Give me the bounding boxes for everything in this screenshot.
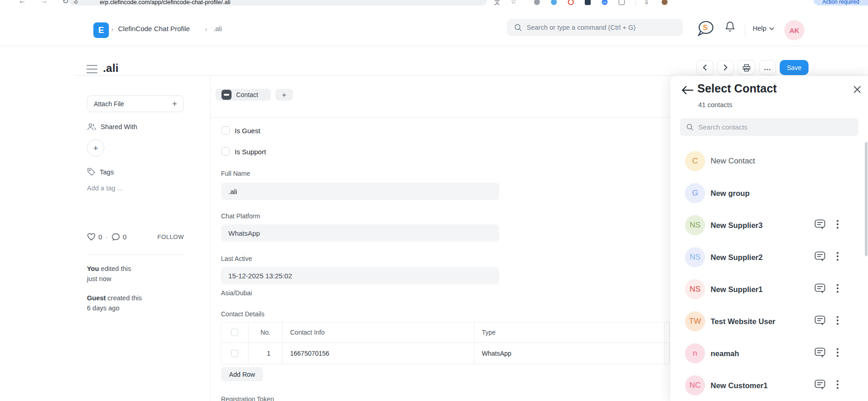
add-row-button[interactable]: Add Row	[221, 367, 263, 381]
contact-list-item[interactable]: NS New Supplier3	[670, 209, 868, 241]
full-name-input[interactable]: .ali	[221, 183, 499, 200]
contact-list-item[interactable]: G New group	[670, 177, 868, 209]
tags-label: Tags	[100, 168, 114, 176]
tab-contact[interactable]: Contact	[216, 89, 271, 101]
attach-file-button[interactable]: Attach File +	[87, 95, 184, 112]
heart-icon[interactable]	[87, 233, 96, 241]
breadcrumb-app[interactable]: ClefinCode Chat Profile	[118, 25, 190, 33]
kebab-menu-icon[interactable]	[836, 348, 839, 359]
timeline-created: Guest created this 6 days ago	[87, 293, 142, 313]
message-icon[interactable]	[814, 379, 825, 392]
sidebar-toggle-icon[interactable]	[86, 65, 97, 73]
shared-with-section: Shared With	[87, 123, 137, 131]
contact-list-item[interactable]: TW Test Website User	[670, 305, 868, 337]
kebab-menu-icon[interactable]	[836, 284, 839, 295]
select-contact-panel: Select Contact 41 contacts Search contac…	[670, 76, 868, 401]
browser-back-icon[interactable]: ←	[18, 0, 26, 5]
contact-list-item[interactable]: NS New Supplier2	[670, 241, 868, 273]
follow-button[interactable]: FOLLOW	[157, 233, 184, 240]
kebab-menu-icon[interactable]	[836, 316, 839, 327]
svg-text:S: S	[703, 24, 708, 32]
row-contact-info[interactable]: 16675070156	[282, 343, 474, 364]
message-icon[interactable]	[814, 283, 825, 296]
add-tab-button[interactable]: +	[275, 89, 293, 101]
back-arrow-icon[interactable]	[681, 86, 694, 97]
add-tag-input[interactable]: Add a tag ...	[87, 184, 123, 192]
extension-generic-icon[interactable]	[619, 0, 625, 5]
more-actions-button[interactable]: ...	[759, 60, 776, 75]
extension-shield-dark-icon[interactable]	[585, 0, 591, 5]
clefincode-chat-icon[interactable]: S	[696, 20, 715, 38]
breadcrumb-doc[interactable]: .ali	[213, 25, 222, 33]
contact-tab-label: Contact	[236, 91, 258, 98]
add-share-button[interactable]: +	[87, 139, 104, 157]
edited-by: You	[87, 265, 99, 272]
prev-document-button[interactable]	[696, 60, 713, 75]
downloads-icon[interactable]: ⇩	[644, 0, 649, 5]
plus-icon: +	[93, 144, 98, 152]
browser-reload-icon[interactable]: ↻	[62, 0, 69, 5]
row-type[interactable]: WhatsApp	[474, 343, 664, 364]
extension-zoom-icon[interactable]: zm	[602, 0, 608, 5]
kebab-menu-icon[interactable]	[836, 252, 839, 263]
panel-scrollbar[interactable]	[865, 142, 868, 256]
site-settings-icon[interactable]: -o	[73, 0, 77, 5]
save-button[interactable]: Save	[780, 60, 809, 75]
close-icon[interactable]	[853, 86, 861, 95]
action-required-button[interactable]: Action required	[814, 0, 868, 5]
tag-icon	[87, 168, 96, 176]
row-select-cell	[221, 350, 248, 357]
contact-list-item[interactable]: n neamah	[670, 337, 868, 369]
app-logo[interactable]: E	[93, 22, 109, 38]
avatar: NS	[685, 215, 705, 235]
global-search-input[interactable]: Search or type a command (Ctrl + G)	[507, 19, 683, 36]
sidebar-divider	[87, 255, 184, 255]
is-guest-label: Is Guest	[235, 127, 260, 135]
navbar-divider	[745, 23, 745, 38]
app-navbar: E › ClefinCode Chat Profile › .ali Searc…	[0, 5, 868, 46]
bookmark-star-icon[interactable]: ☆	[511, 0, 517, 5]
comment-icon[interactable]	[112, 233, 120, 241]
help-menu[interactable]: Help	[753, 25, 774, 32]
row-checkbox[interactable]	[231, 350, 238, 357]
edited-action: edited this	[99, 265, 131, 272]
is-support-checkbox[interactable]	[221, 147, 230, 156]
contact-search-input[interactable]: Search contacts	[680, 118, 858, 136]
edited-when: just now	[87, 274, 131, 284]
is-guest-checkbox[interactable]	[221, 126, 230, 135]
contact-details-table: No. Contact Info Type 1 16675070156 What…	[221, 322, 670, 364]
kebab-menu-icon[interactable]	[836, 380, 839, 391]
chat-platform-input[interactable]: WhatsApp	[221, 224, 499, 242]
contact-list-item[interactable]: NC New Customer1	[670, 369, 868, 401]
notifications-bell-icon[interactable]	[725, 21, 735, 34]
contact-list-item[interactable]: NS New Supplier1	[670, 273, 868, 305]
contacts-count: 41 contacts	[698, 101, 732, 108]
contact-name: New Contact	[711, 157, 755, 166]
browser-profile-avatar[interactable]	[662, 0, 668, 5]
table-row[interactable]: 1 16675070156 WhatsApp	[221, 343, 669, 364]
print-button[interactable]	[738, 60, 755, 75]
plus-icon: +	[172, 99, 177, 108]
message-icon[interactable]	[814, 315, 825, 328]
message-icon[interactable]	[814, 219, 825, 232]
contact-name: New Supplier2	[711, 253, 763, 262]
select-all-checkbox[interactable]	[231, 329, 238, 336]
panel-title: Select Contact	[697, 82, 777, 95]
extension-telegram-icon[interactable]	[551, 0, 557, 5]
extension-binoculars-icon[interactable]	[534, 0, 540, 5]
kebab-menu-icon[interactable]	[836, 220, 839, 231]
translate-icon[interactable]: 文	[494, 0, 500, 5]
printer-icon	[742, 64, 751, 72]
last-active-input[interactable]: 15-12-2025 13:25:02	[221, 267, 499, 284]
contact-list-item[interactable]: C New Contact	[670, 145, 868, 177]
extension-shield-red-icon[interactable]	[568, 0, 574, 5]
created-by: Guest	[87, 294, 106, 302]
next-document-button[interactable]	[717, 60, 734, 75]
browser-forward-icon[interactable]: →	[40, 0, 48, 5]
user-avatar[interactable]: AK	[784, 20, 804, 40]
url-text[interactable]: erp.clefincode.com/app/clefincode-chat-p…	[100, 0, 230, 5]
message-icon[interactable]	[814, 251, 825, 264]
message-icon[interactable]	[814, 347, 825, 360]
contact-name: New group	[711, 189, 749, 198]
avatar: G	[685, 183, 705, 203]
